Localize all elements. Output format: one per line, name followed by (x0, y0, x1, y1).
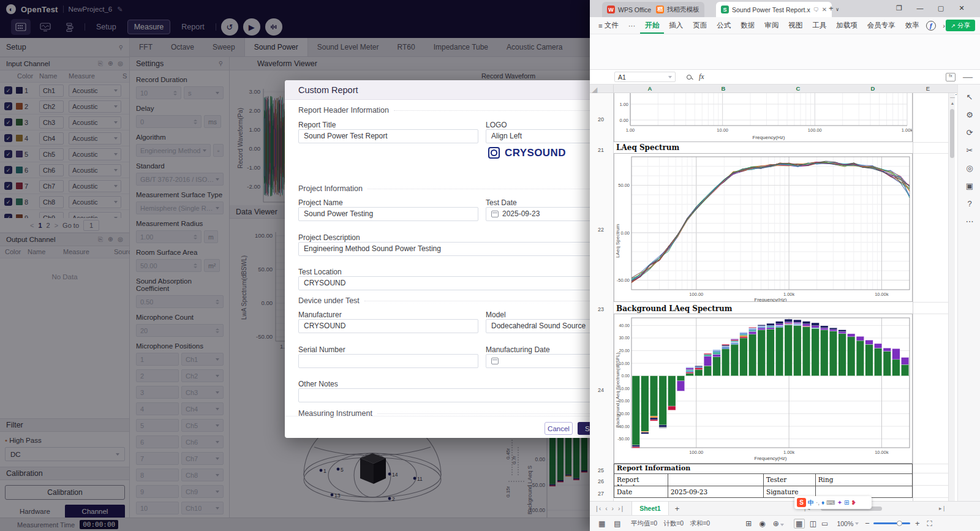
module-tab-rt60[interactable]: RT60 (388, 38, 424, 56)
toolbox-icon[interactable]: ⊞ (844, 499, 849, 506)
mic-position-channel-select[interactable]: Ch6 (181, 435, 224, 448)
fullscreen-icon[interactable]: ⛶ (927, 519, 932, 528)
vertical-scrollbar[interactable]: — ▲ (948, 93, 955, 501)
view-split-icon[interactable]: ◫ (810, 519, 816, 528)
column-header-A[interactable]: A (641, 85, 659, 92)
toggle-channel[interactable]: Channel (65, 505, 125, 518)
channel-checkbox[interactable]: ✓ (4, 86, 12, 94)
channel-name-input[interactable]: Ch7 (39, 180, 64, 192)
project-name-input[interactable]: Sound Power Testing (298, 207, 478, 221)
collapse-ribbon-icon[interactable]: — (963, 72, 973, 83)
setting-select[interactable]: s (184, 86, 224, 99)
module-tab-sound-power[interactable]: Sound Power (244, 38, 308, 56)
page-next[interactable]: > (55, 222, 58, 229)
view-normal-icon[interactable]: ▦ (794, 519, 805, 529)
channel-checkbox[interactable]: ✓ (4, 102, 12, 110)
undo-button[interactable]: ↺ (221, 18, 238, 36)
manufacturer-input[interactable]: CRYSOUND (298, 319, 478, 333)
skin-icon[interactable]: ✦ (837, 499, 842, 506)
mic-position-channel-select[interactable]: Ch9 (181, 485, 224, 498)
channel-name-input[interactable]: Ch8 (39, 196, 64, 208)
visibility-icon[interactable]: ◉ (759, 519, 765, 528)
pin-icon[interactable]: ⚲ (119, 44, 123, 51)
channel-name-input[interactable]: Ch1 (39, 85, 64, 97)
row-header-26[interactable]: 26 (590, 478, 612, 484)
page-2[interactable]: 2 (47, 222, 50, 229)
export-icon[interactable]: ⎘ (98, 236, 103, 243)
mic-position-channel-select[interactable]: Ch5 (181, 419, 224, 432)
more-icon[interactable]: ⋯ (963, 215, 976, 227)
cancel-button[interactable]: Cancel (545, 422, 573, 435)
mic-position-channel-select[interactable]: Ch10 (181, 502, 224, 514)
setting-input[interactable]: 20 (136, 324, 224, 337)
setting-input[interactable]: 1.00 (136, 230, 202, 243)
row-header-23[interactable]: 23 (590, 306, 612, 312)
channel-measure-select[interactable]: Acoustic (69, 116, 121, 129)
laeq-spectrum-chart[interactable]: 50.000.00-50.00100.001.00k10.00kFrequenc… (614, 153, 913, 302)
row-header-22[interactable]: 22 (590, 227, 612, 233)
mic-position-channel-select[interactable]: Ch7 (181, 452, 224, 465)
column-header-C[interactable]: C (789, 85, 807, 92)
row-header-21[interactable]: 21 (590, 147, 612, 153)
mic-position-number[interactable]: 8 (136, 469, 179, 481)
doc-search-icon[interactable]: ▣ (963, 179, 976, 192)
channel-checkbox[interactable]: ✓ (4, 118, 12, 126)
mic-position-channel-select[interactable]: Ch8 (181, 469, 224, 481)
chinese-mode-icon[interactable]: 中 (808, 499, 814, 507)
output-settings-icon[interactable]: ◎ (118, 236, 123, 243)
pin-icon[interactable]: ⚲ (219, 60, 223, 67)
mic-position-number[interactable]: 9 (136, 485, 179, 498)
edit-project-icon[interactable]: ✎ (117, 6, 123, 13)
document-tab-active[interactable]: S Sound Power Test Report.x 🗨 ✕ (716, 2, 832, 17)
nav-tab-measure[interactable]: Measure (127, 20, 171, 34)
settings-sliders-icon[interactable]: ⚙ (963, 108, 976, 121)
toggle-hardware[interactable]: Hardware (5, 505, 65, 518)
scroll-up-icon[interactable]: ▲ (951, 101, 955, 105)
channel-measure-select[interactable]: Acoustic (69, 212, 121, 219)
menu-工具[interactable]: 工具 (807, 17, 831, 34)
cell-reference-box[interactable]: A1 (614, 72, 676, 82)
select-cursor-icon[interactable]: ↖ (963, 91, 976, 103)
mic-position-number[interactable]: 4 (136, 402, 179, 415)
zoom-out-icon[interactable]: − (865, 519, 870, 528)
page-prev[interactable]: < (30, 222, 34, 229)
row-header-20[interactable]: 20 (590, 116, 612, 122)
row-header-27[interactable]: 27 (590, 491, 612, 497)
row20-clipped-chart[interactable]: 1.000.001.0010.00100.001.00kFrequency(Hz… (614, 93, 913, 142)
add-sheet-button[interactable]: + (675, 504, 680, 513)
channel-checkbox[interactable]: ✓ (4, 214, 12, 218)
channel-measure-select[interactable]: Acoustic (69, 196, 121, 208)
column-header-B[interactable]: B (714, 85, 733, 92)
menu-file[interactable]: ≡文件 (590, 17, 624, 34)
export-icon[interactable]: ⎘ (98, 60, 103, 67)
channel-settings-icon[interactable]: ◎ (118, 60, 123, 67)
menu-视图[interactable]: 视图 (783, 17, 807, 34)
module-tab-acoustic-camera[interactable]: Acoustic Camera (497, 38, 571, 56)
page-1[interactable]: 1 (38, 222, 42, 229)
mic-position-number[interactable]: 10 (136, 502, 179, 514)
punctuation-icon[interactable]: ·, (816, 499, 820, 506)
page-icon[interactable]: ▤ (614, 519, 620, 528)
zoom-slider[interactable] (873, 522, 910, 524)
mic-icon[interactable]: ♦ (821, 499, 824, 506)
wps-home-tab[interactable]: W WPS Office (602, 2, 656, 17)
column-header-E[interactable]: E (919, 85, 937, 92)
close-button[interactable]: ✕ (952, 0, 971, 16)
zoom-search-icon[interactable] (687, 75, 692, 80)
channel-measure-select[interactable]: Acoustic (69, 164, 121, 176)
view-page-icon[interactable]: ▭ (821, 519, 828, 528)
setting-input[interactable]: 0 (136, 115, 202, 128)
mic-position-channel-select[interactable]: Ch2 (181, 369, 224, 382)
menu-公式[interactable]: 公式 (712, 17, 736, 34)
channel-checkbox[interactable]: ✓ (4, 150, 12, 158)
channel-measure-select[interactable]: Acoustic (69, 180, 121, 192)
channel-checkbox[interactable]: ✓ (4, 198, 12, 206)
macro-icon[interactable]: ▦ (598, 519, 605, 528)
minimize-button[interactable]: — (911, 0, 929, 16)
menu-开始[interactable]: 开始 (640, 17, 664, 34)
menu-加载项[interactable]: 加载项 (831, 17, 862, 34)
keyboard-icon[interactable]: ⌨ (826, 499, 835, 506)
stamp-icon[interactable]: ⊕ (773, 519, 784, 528)
docer-template-tab[interactable]: 稻 找稻壳模板 (651, 2, 704, 17)
nav-tab-setup[interactable]: Setup (90, 20, 123, 34)
